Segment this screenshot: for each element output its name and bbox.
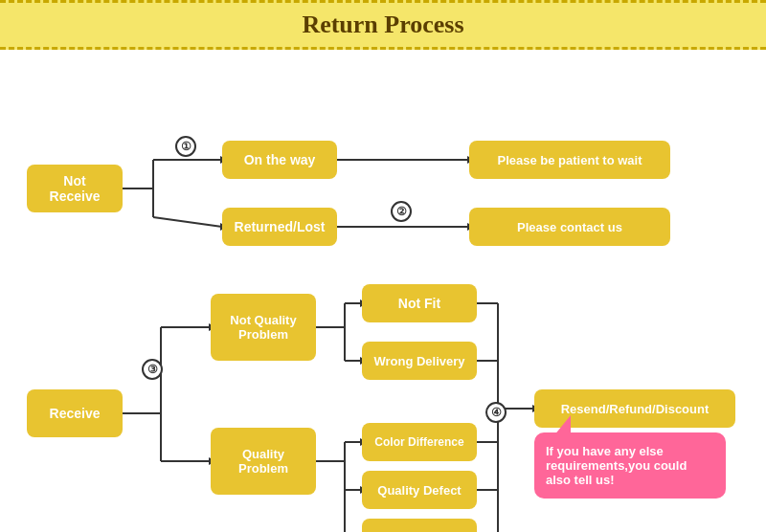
diagram-area: Not Receive On the way Returned/Lost Ple… bbox=[0, 50, 766, 532]
circle-1: ① bbox=[175, 136, 196, 157]
on-the-way-box: On the way bbox=[222, 141, 337, 179]
returned-lost-box: Returned/Lost bbox=[222, 208, 337, 246]
quality-defect-box: Quality Defect bbox=[362, 471, 477, 509]
quality-box: Quality Problem bbox=[211, 428, 316, 495]
not-fit-box: Not Fit bbox=[362, 284, 477, 322]
circle-4: ④ bbox=[485, 402, 507, 423]
page-title: Return Process bbox=[0, 11, 766, 39]
not-receive-box: Not Receive bbox=[27, 165, 123, 212]
receive-box: Receive bbox=[27, 389, 123, 437]
color-diff-box: Color Difference bbox=[362, 423, 477, 461]
circle-3: ③ bbox=[142, 359, 163, 380]
speech-bubble: If you have any else requirements,you co… bbox=[534, 432, 726, 499]
circle-2: ② bbox=[391, 201, 412, 222]
contact-us-box: Please contact us bbox=[469, 208, 670, 246]
patient-wait-box: Please be patient to wait bbox=[469, 141, 670, 179]
page-header: Return Process bbox=[0, 0, 766, 50]
svg-line-5 bbox=[153, 217, 222, 227]
not-quality-box: Not Quality Problem bbox=[211, 294, 316, 361]
damage-box: Damage bbox=[362, 519, 477, 532]
wrong-delivery-box: Wrong Delivery bbox=[362, 342, 477, 380]
